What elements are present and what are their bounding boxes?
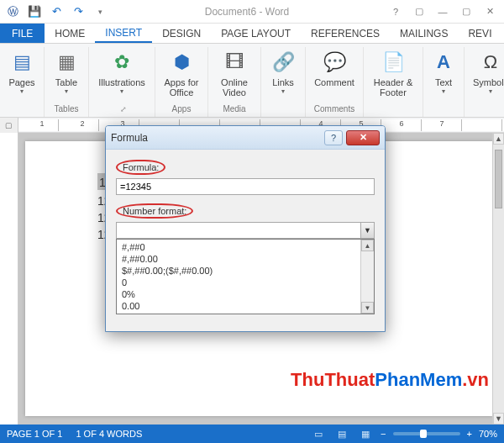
header-footer-button[interactable]: 📄 Header & Footer	[369, 47, 417, 99]
header-footer-icon: 📄	[380, 49, 407, 76]
dialog-close-button[interactable]: ✕	[346, 130, 380, 145]
zoom-out-button[interactable]: −	[381, 429, 386, 439]
close-button[interactable]: ✕	[479, 3, 501, 20]
redo-icon[interactable]: ↷	[69, 3, 87, 21]
illustrations-launcher-icon[interactable]: ⤢	[120, 105, 127, 113]
dialog-body: Formula: Number format: ▼ #,##0 #,##0.00…	[106, 150, 385, 331]
page-status[interactable]: PAGE 1 OF 1	[7, 429, 62, 439]
dropdown-scrollbar[interactable]: ▲ ▼	[360, 240, 374, 314]
scroll-thumb[interactable]	[495, 150, 502, 208]
apps-for-office-button[interactable]: ⬢ Apps for Office	[160, 47, 202, 99]
undo-icon[interactable]: ↶	[47, 3, 66, 21]
tab-home[interactable]: HOME	[45, 24, 95, 43]
number-format-dropdown-button[interactable]: ▼	[360, 223, 374, 238]
status-bar: PAGE 1 OF 1 1 OF 4 WORDS ▭ ▤ ▦ − + 70%	[0, 425, 504, 443]
symbols-icon: Ω	[477, 49, 504, 76]
tab-mailings[interactable]: MAILINGS	[390, 24, 458, 43]
dialog-help-button[interactable]: ?	[324, 130, 343, 145]
tab-design[interactable]: DESIGN	[152, 24, 211, 43]
zoom-slider-thumb[interactable]	[420, 430, 427, 438]
formula-label: Formula:	[116, 160, 165, 175]
ruler-corner[interactable]: ▢	[0, 118, 18, 133]
number-format-input[interactable]	[116, 222, 375, 239]
links-button[interactable]: 🔗 Links ▾	[266, 47, 300, 97]
number-format-label: Number format:	[116, 203, 193, 219]
group-symbols: Ω Symbols ▾	[465, 47, 504, 117]
tab-page-layout[interactable]: PAGE LAYOUT	[211, 24, 301, 43]
number-format-combo: ▼ #,##0 #,##0.00 $#,##0.00;($#,##0.00) 0…	[116, 222, 375, 239]
table-icon: ▦	[53, 49, 80, 76]
illustrations-button[interactable]: ✿ Illustrations ▾	[94, 47, 150, 97]
apps-icon: ⬢	[168, 49, 195, 76]
tab-review[interactable]: REVI	[458, 24, 501, 43]
links-icon: 🔗	[270, 49, 297, 76]
web-layout-icon[interactable]: ▦	[357, 427, 374, 440]
tab-insert[interactable]: INSERT	[95, 24, 152, 43]
number-format-dropdown: #,##0 #,##0.00 $#,##0.00;($#,##0.00) 0 0…	[116, 239, 375, 314]
qat-customize-icon[interactable]: ▾	[91, 3, 109, 21]
group-apps: ⬢ Apps for Office Apps	[155, 47, 208, 117]
comment-button[interactable]: 💬 Comment	[311, 47, 358, 89]
online-video-button[interactable]: 🎞 Online Video	[213, 47, 255, 99]
pages-button[interactable]: ▤ Pages ▾	[5, 47, 39, 97]
ribbon-tabs: FILE HOME INSERT DESIGN PAGE LAYOUT REFE…	[0, 24, 504, 44]
group-media: 🎞 Online Video Media	[208, 47, 261, 117]
vertical-scrollbar[interactable]: ▲ ▼	[492, 133, 504, 425]
tab-file[interactable]: FILE	[0, 24, 45, 43]
help-icon[interactable]: ?	[385, 3, 407, 20]
pages-icon: ▤	[8, 49, 35, 76]
word-count-status[interactable]: 1 OF 4 WORDS	[76, 429, 142, 439]
format-option[interactable]: 0	[117, 277, 374, 288]
group-tables: ▦ Table ▾ Tables	[45, 47, 89, 117]
format-option[interactable]: #,##0.00	[117, 253, 374, 265]
word-icon[interactable]: Ⓦ	[3, 3, 22, 21]
zoom-level[interactable]: 70%	[479, 429, 497, 439]
group-links: 🔗 Links ▾	[261, 47, 306, 117]
save-icon[interactable]: 💾	[25, 3, 44, 21]
dialog-title: Formula	[111, 132, 148, 144]
read-mode-icon[interactable]: ▭	[310, 427, 327, 440]
watermark: ThuThuatPhanMem.vn	[291, 369, 489, 391]
print-layout-icon[interactable]: ▤	[333, 427, 350, 440]
dropdown-scroll-up[interactable]: ▲	[361, 240, 374, 251]
scroll-down-button[interactable]: ▼	[493, 413, 504, 425]
dropdown-scroll-down[interactable]: ▼	[361, 302, 374, 314]
quick-access-toolbar: Ⓦ 💾 ↶ ↷ ▾	[3, 3, 109, 21]
format-option[interactable]: 0.00	[117, 300, 374, 312]
formula-input[interactable]	[116, 178, 375, 195]
ribbon: ▤ Pages ▾ ▦ Table ▾ Tables ✿ Illustratio…	[0, 44, 504, 118]
ribbon-options-icon[interactable]: ▢	[408, 3, 430, 20]
illustrations-icon: ✿	[108, 49, 135, 76]
video-icon: 🎞	[221, 49, 248, 76]
zoom-in-button[interactable]: +	[467, 429, 472, 439]
format-option[interactable]: #,##0	[117, 241, 374, 253]
vertical-ruler[interactable]	[0, 133, 18, 425]
comment-icon: 💬	[321, 49, 348, 76]
group-illustrations: ✿ Illustrations ▾ ⤢	[89, 47, 155, 117]
group-text: A Text ▾	[423, 47, 465, 117]
window-controls: ? ▢ — ▢ ✕	[385, 3, 501, 20]
tab-references[interactable]: REFERENCES	[301, 24, 390, 43]
zoom-slider[interactable]	[393, 432, 460, 435]
maximize-button[interactable]: ▢	[455, 3, 477, 20]
window-title: Document6 - Word	[109, 6, 385, 18]
table-button[interactable]: ▦ Table ▾	[50, 47, 83, 97]
group-comments: 💬 Comment Comments	[306, 47, 364, 117]
dialog-titlebar[interactable]: Formula ? ✕	[106, 126, 385, 150]
scroll-up-button[interactable]: ▲	[493, 133, 504, 145]
format-option[interactable]: 0%	[117, 288, 374, 300]
group-header-footer: 📄 Header & Footer	[364, 47, 423, 117]
minimize-button[interactable]: —	[432, 3, 454, 20]
title-bar: Ⓦ 💾 ↶ ↷ ▾ Document6 - Word ? ▢ — ▢ ✕	[0, 0, 504, 24]
text-icon: A	[430, 49, 457, 76]
symbols-button[interactable]: Ω Symbols ▾	[470, 47, 504, 97]
group-pages: ▤ Pages ▾	[5, 47, 45, 117]
formula-dialog: Formula ? ✕ Formula: Number format: ▼ #,…	[105, 125, 386, 332]
format-option[interactable]: $#,##0.00;($#,##0.00)	[117, 265, 374, 277]
text-button[interactable]: A Text ▾	[428, 47, 459, 97]
